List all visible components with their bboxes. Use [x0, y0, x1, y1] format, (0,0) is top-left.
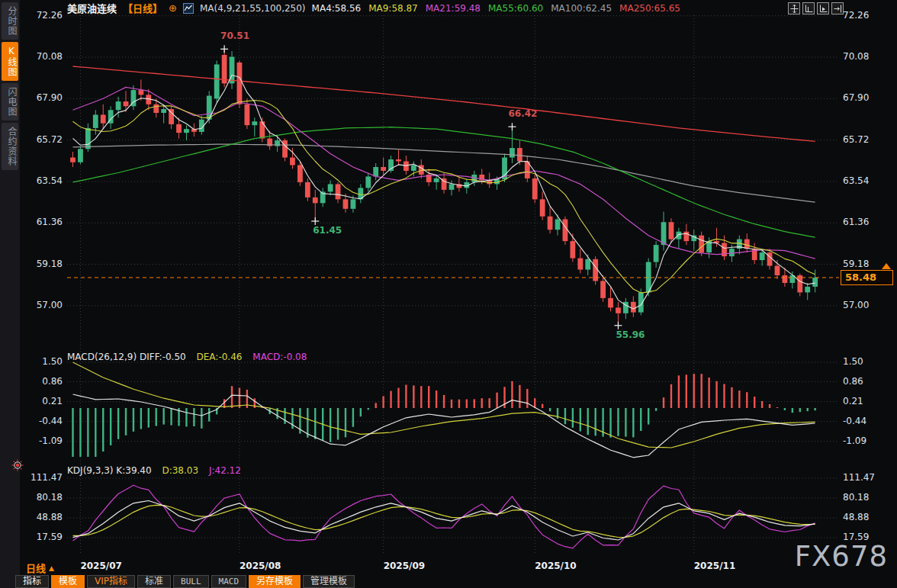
ma-legend-item: MA250:65.65 — [619, 3, 680, 14]
macd-params-diff: MACD(26,12,9) DIFF:-0.50 — [67, 352, 186, 362]
app-window: 72.2672.2670.0870.0867.9067.9065.7265.72… — [0, 0, 897, 588]
toolbar-tab[interactable]: 模板 — [51, 575, 85, 588]
live-indicator-icon — [11, 459, 24, 471]
chart-toolbar-icons — [788, 2, 844, 14]
timeframe-label: 日线 — [26, 563, 46, 574]
ma-legend: MA4:58.56MA9:58.87MA21:59.48MA55:60.60MA… — [312, 3, 680, 14]
toolbar-tab[interactable]: 另存模板 — [249, 575, 301, 588]
toolbar-tab[interactable]: 管理模板 — [303, 575, 355, 588]
ma-legend-item: MA21:59.48 — [426, 3, 481, 14]
chart-header: 美原油连续 【日线】 ⊕ MA(4,9,21,55,100,250) MA4:5… — [67, 2, 680, 14]
macd-dea-value: DEA:-0.46 — [197, 352, 243, 362]
kdj-j-value: J:42.12 — [209, 465, 241, 476]
chart-type-icon[interactable] — [183, 3, 194, 14]
toolbar-tab[interactable]: BULL — [173, 575, 209, 588]
toolbar-tab[interactable]: 标准 — [137, 575, 171, 588]
last-price-tag: 58.48 — [841, 270, 893, 285]
x-axis-scale-icon[interactable] — [817, 2, 829, 14]
kdj-d-value: D:38.03 — [162, 465, 198, 476]
sidebar-item[interactable]: 分时图 — [2, 2, 18, 40]
chevron-up-icon: ▲ — [49, 564, 54, 572]
timeframe-selector[interactable]: 日线▲ — [26, 561, 54, 575]
macd-macd-value: MACD:-0.08 — [252, 352, 307, 362]
ma-legend-item: MA100:62.45 — [551, 3, 612, 14]
sidebar-item[interactable]: 闪电图 — [2, 83, 18, 120]
kdj-params-k: KDJ(9,3,3) K:39.40 — [67, 465, 152, 476]
toolbar-tab[interactable]: MACD — [211, 575, 247, 588]
ma-legend-item: MA55:60.60 — [488, 3, 543, 14]
kdj-header: KDJ(9,3,3) K:39.40 D:38.03 J:42.12 — [67, 465, 241, 476]
left-sidebar: 分时图K线图闪电图合约资料 — [0, 0, 20, 588]
pan-move-icon[interactable] — [788, 2, 800, 14]
sidebar-item[interactable]: 合约资料 — [2, 123, 18, 170]
period-tag[interactable]: 【日线】 — [123, 1, 162, 15]
ma-legend-item: MA9:58.87 — [368, 3, 418, 14]
toolbar-tab[interactable]: VIP指标 — [87, 575, 135, 588]
ma-legend-item: MA4:58.56 — [312, 3, 362, 14]
symbol-title: 美原油连续 — [67, 1, 117, 15]
toolbar-tab[interactable]: 指标 — [15, 575, 49, 588]
price-up-arrow-icon — [882, 263, 891, 269]
macd-header: MACD(26,12,9) DIFF:-0.50 DEA:-0.46 MACD:… — [67, 352, 307, 362]
brand-watermark: FX678 — [795, 540, 888, 573]
sidebar-item[interactable]: K线图 — [2, 42, 18, 81]
settings-icon[interactable]: ⊕ — [169, 3, 177, 13]
y-axis-scale-icon[interactable] — [802, 2, 815, 14]
chart-canvas[interactable] — [0, 0, 897, 588]
ma-group-label: MA(4,9,21,55,100,250) — [200, 3, 306, 14]
bottom-toolbar: 指标模板VIP指标标准BULLMACD另存模板管理模板 — [15, 575, 357, 588]
shift-right-icon[interactable] — [831, 2, 844, 14]
